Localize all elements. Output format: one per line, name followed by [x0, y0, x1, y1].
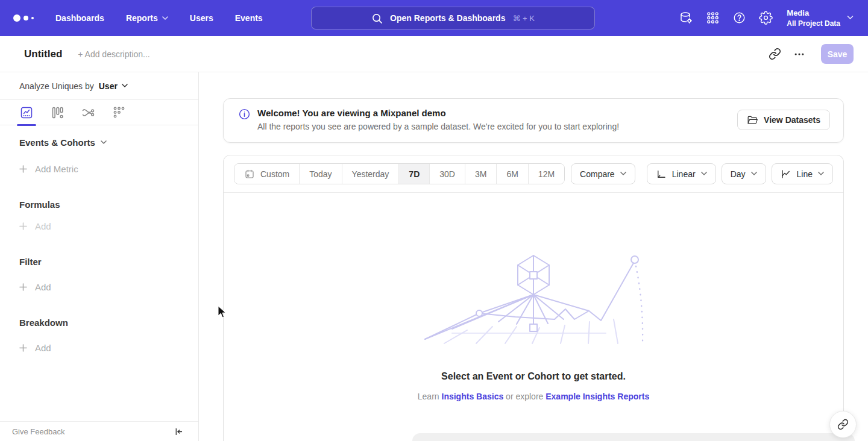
analyze-value: User — [99, 81, 118, 91]
help-icon[interactable] — [732, 11, 746, 25]
date-range-segmented-control: Custom Today Yesterday 7D 30D 3M 6M 12M — [234, 163, 565, 184]
granularity-dropdown[interactable]: Day — [722, 163, 766, 184]
scale-dropdown[interactable]: Linear — [647, 163, 716, 184]
add-breakdown-button[interactable]: Add — [19, 343, 198, 353]
plus-icon — [19, 165, 27, 173]
settings-gear-icon[interactable] — [759, 11, 773, 25]
add-filter-label: Add — [35, 282, 51, 292]
nav-users[interactable]: Users — [190, 13, 213, 23]
nav-users-label: Users — [190, 13, 213, 23]
filter-header: Filter — [19, 257, 198, 267]
daterange-custom-label: Custom — [260, 169, 289, 179]
daterange-7d[interactable]: 7D — [399, 164, 430, 184]
plus-icon — [19, 222, 27, 230]
chart-type-dropdown[interactable]: Line — [772, 163, 833, 184]
daterange-30d-label: 30D — [439, 169, 455, 179]
report-header: Untitled + Add description... Save — [0, 36, 868, 72]
sidebar-footer: Give Feedback — [0, 421, 198, 441]
more-options-icon[interactable] — [793, 48, 805, 60]
nav-events[interactable]: Events — [235, 13, 263, 23]
line-chart-icon — [781, 169, 791, 180]
formulas-header: Formulas — [19, 199, 198, 210]
chevron-down-icon — [751, 172, 757, 176]
events-cohorts-header[interactable]: Events & Cohorts — [19, 137, 198, 148]
banner-title: Welcome! You are viewing a Mixpanel demo — [257, 107, 619, 119]
nav-reports[interactable]: Reports — [126, 13, 168, 23]
daterange-12m-label: 12M — [538, 169, 555, 179]
add-formula-button[interactable]: Add — [19, 221, 198, 231]
nav-dashboards-label: Dashboards — [55, 13, 104, 23]
banner-subtitle: All the reports you see are powered by a… — [257, 122, 619, 131]
copy-link-icon[interactable] — [769, 48, 781, 60]
view-datasets-label: View Datasets — [764, 115, 820, 125]
search-icon — [371, 13, 383, 24]
tab-funnels[interactable] — [49, 100, 66, 125]
daterange-today[interactable]: Today — [300, 164, 342, 184]
add-filter-button[interactable]: Add — [19, 282, 198, 292]
analyze-row: Analyze Uniques by User — [0, 72, 198, 100]
top-navigation: Dashboards Reports Users Events Open Rep… — [0, 0, 868, 36]
tab-insights[interactable] — [18, 100, 35, 125]
project-scope: All Project Data — [787, 19, 840, 28]
tab-retention[interactable] — [110, 100, 127, 125]
empty-state-illustration — [419, 253, 648, 345]
daterange-today-label: Today — [309, 169, 332, 179]
breakdown-header: Breakdown — [19, 317, 198, 328]
search-placeholder: Open Reports & Dashboards — [390, 13, 505, 23]
apps-grid-icon[interactable] — [706, 11, 720, 25]
empty-state-subtitle: Learn Insights Basics or explore Example… — [418, 392, 649, 401]
linear-axis-icon — [656, 169, 667, 180]
granularity-label: Day — [731, 169, 746, 179]
daterange-custom[interactable]: Custom — [234, 164, 300, 184]
scale-label: Linear — [672, 169, 696, 179]
daterange-12m[interactable]: 12M — [529, 164, 564, 184]
daterange-6m[interactable]: 6M — [497, 164, 528, 184]
example-insights-reports-link[interactable]: Example Insights Reports — [546, 392, 649, 401]
compare-button[interactable]: Compare — [571, 163, 635, 184]
insights-chart-card: Custom Today Yesterday 7D 30D 3M 6M 12M … — [223, 155, 844, 441]
insights-basics-link[interactable]: Insights Basics — [442, 392, 504, 401]
share-link-fab[interactable] — [829, 411, 857, 438]
events-cohorts-label: Events & Cohorts — [19, 137, 95, 148]
compare-label: Compare — [580, 169, 615, 179]
report-canvas: Welcome! You are viewing a Mixpanel demo… — [199, 72, 868, 441]
nav-dashboards[interactable]: Dashboards — [55, 13, 104, 23]
report-title[interactable]: Untitled — [24, 48, 62, 60]
breakdown-label: Breakdown — [19, 317, 68, 328]
empty-state-title: Select an Event or Cohort to get started… — [441, 371, 626, 382]
add-formula-label: Add — [35, 221, 51, 231]
add-breakdown-label: Add — [35, 343, 51, 353]
search-shortcut: ⌘ + K — [512, 14, 535, 23]
save-button[interactable]: Save — [821, 44, 854, 64]
analyze-uniques-dropdown[interactable]: User — [99, 81, 128, 91]
learn-prefix: Learn — [418, 392, 442, 401]
data-management-icon[interactable] — [679, 11, 693, 25]
project-selector[interactable]: Media All Project Data — [787, 8, 854, 28]
global-search[interactable]: Open Reports & Dashboards ⌘ + K — [311, 7, 595, 30]
give-feedback-link[interactable]: Give Feedback — [12, 427, 64, 436]
daterange-3m[interactable]: 3M — [465, 164, 497, 184]
chart-display-controls: Linear Day Line — [647, 163, 833, 184]
daterange-30d[interactable]: 30D — [430, 164, 465, 184]
view-datasets-button[interactable]: View Datasets — [737, 110, 830, 130]
collapse-sidebar-icon[interactable] — [174, 427, 184, 437]
chevron-down-icon — [847, 16, 854, 20]
tab-flows[interactable] — [80, 100, 96, 125]
mixpanel-logo[interactable] — [13, 14, 34, 22]
or-explore-text: or explore — [503, 392, 546, 401]
info-icon — [239, 108, 250, 120]
add-metric-button[interactable]: Add Metric — [19, 164, 198, 174]
demo-welcome-banner: Welcome! You are viewing a Mixpanel demo… — [223, 98, 844, 143]
report-description-placeholder[interactable]: + Add description... — [78, 49, 149, 59]
report-type-tabs — [0, 100, 198, 125]
primary-nav: Dashboards Reports Users Events — [55, 13, 263, 23]
daterange-yesterday[interactable]: Yesterday — [342, 164, 400, 184]
query-builder-sidebar: Analyze Uniques by User — [0, 72, 199, 441]
nav-reports-label: Reports — [126, 13, 158, 23]
plus-icon — [19, 283, 27, 291]
chevron-down-icon — [162, 16, 168, 20]
nav-utility-cluster: Media All Project Data — [679, 8, 854, 28]
calendar-icon — [244, 169, 255, 180]
chevron-down-icon — [701, 172, 707, 176]
project-name: Media — [787, 8, 840, 19]
